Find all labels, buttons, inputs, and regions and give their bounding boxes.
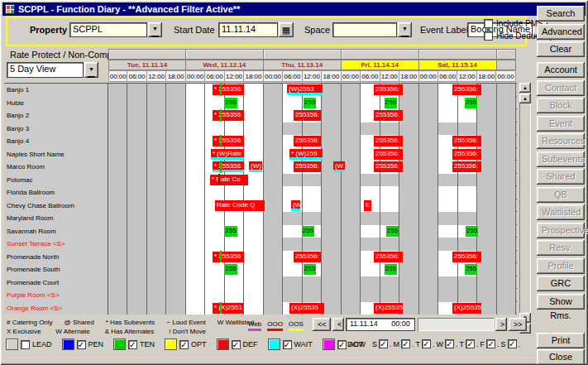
event-block[interactable]: 255356: — [374, 161, 403, 172]
grid-cell[interactable] — [303, 238, 322, 251]
grid-cell[interactable] — [147, 289, 166, 302]
grid-cell[interactable] — [419, 109, 438, 122]
grid-cell[interactable] — [147, 251, 166, 264]
grid-cell[interactable] — [497, 161, 516, 174]
grid-cell[interactable] — [438, 109, 457, 122]
grid-cell[interactable] — [342, 186, 361, 199]
grid-cell[interactable] — [419, 84, 438, 97]
event-block[interactable]: 255 — [224, 264, 237, 275]
grid-cell[interactable] — [399, 186, 418, 199]
grid-cell[interactable] — [205, 212, 224, 225]
grid-cell[interactable] — [225, 186, 244, 199]
grid-cell[interactable] — [399, 97, 418, 110]
room-label[interactable]: Potomac — [4, 174, 108, 187]
grid-cell[interactable] — [147, 84, 166, 97]
grid-cell[interactable] — [108, 199, 127, 213]
grid-cell[interactable] — [419, 212, 438, 225]
grid-cell[interactable] — [244, 186, 263, 199]
grid-cell[interactable] — [497, 302, 516, 315]
grid-cell[interactable] — [303, 174, 322, 187]
grid-cell[interactable] — [283, 174, 302, 187]
room-label[interactable]: Sunset Terrace <S> — [4, 238, 108, 251]
grid-cell[interactable] — [225, 289, 244, 302]
event-block[interactable]: (X)25535 — [374, 303, 403, 314]
grid-cell[interactable] — [322, 174, 341, 187]
grid-cell[interactable] — [477, 212, 496, 225]
grid-cell[interactable] — [361, 238, 380, 251]
event-block[interactable]: * 255356 — [213, 84, 244, 95]
grid-cell[interactable] — [477, 109, 496, 122]
grid-cell[interactable] — [399, 199, 418, 213]
grid-cell[interactable] — [419, 122, 438, 136]
event-block[interactable]: 255 — [465, 98, 477, 108]
hide-deduct-checkbox[interactable] — [484, 31, 493, 41]
grid-cell[interactable] — [166, 109, 185, 122]
grid-cell[interactable] — [147, 109, 166, 122]
grid-cell[interactable] — [438, 289, 457, 302]
grid-cell[interactable] — [458, 174, 477, 187]
title-bar[interactable]: SCPPL - Function Diary - **Advanced Filt… — [2, 2, 586, 16]
grid-cell[interactable] — [264, 135, 283, 148]
include-pms-checkbox[interactable] — [484, 19, 493, 28]
room-label[interactable]: Orange Room <S> — [4, 302, 108, 315]
grid-cell[interactable] — [477, 174, 496, 187]
grid-cell[interactable] — [399, 263, 418, 276]
space-dropdown-icon[interactable]: ▼ — [398, 22, 412, 37]
grid-cell[interactable] — [147, 135, 166, 148]
horizontal-scrollbar-track[interactable] — [418, 318, 494, 331]
grid-cell[interactable] — [186, 225, 205, 238]
grid-cell[interactable] — [458, 276, 477, 290]
event-block[interactable]: 255356: — [294, 110, 321, 121]
grid-cell[interactable] — [166, 148, 185, 161]
grid-cell[interactable] — [186, 238, 205, 251]
grid-cell[interactable] — [477, 199, 496, 213]
grid-cell[interactable] — [205, 186, 224, 199]
grid-cell[interactable] — [322, 212, 341, 225]
grid-cell[interactable] — [303, 122, 322, 136]
grid-cell[interactable] — [225, 122, 244, 136]
event-block[interactable]: 255 — [385, 98, 397, 108]
grid-cell[interactable] — [264, 238, 283, 251]
grid-cell[interactable] — [166, 174, 185, 187]
grid-cell[interactable] — [205, 122, 224, 136]
type-checkbox[interactable] — [21, 340, 30, 349]
grid-cell[interactable] — [477, 238, 496, 251]
grid-cell[interactable] — [380, 122, 399, 136]
calendar-icon[interactable]: ▦ — [279, 22, 294, 37]
room-label[interactable]: Promenade North — [4, 251, 108, 264]
grid-cell[interactable] — [244, 238, 263, 251]
grid-cell[interactable] — [244, 212, 263, 225]
grid-cell[interactable] — [127, 225, 146, 238]
grid-cell[interactable] — [458, 122, 477, 136]
event-block[interactable]: 255356: — [452, 161, 481, 172]
dow-checkbox[interactable]: ✓ — [401, 339, 410, 348]
grid-cell[interactable] — [438, 199, 457, 213]
grid-cell[interactable] — [283, 122, 302, 136]
grid-cell[interactable] — [244, 302, 263, 315]
grid-cell[interactable] — [244, 109, 263, 122]
grid-cell[interactable] — [477, 225, 496, 238]
grid-cell[interactable] — [166, 238, 185, 251]
dow-checkbox[interactable]: ✓ — [379, 339, 388, 348]
grid-cell[interactable] — [419, 276, 438, 290]
grid-cell[interactable] — [438, 263, 457, 276]
grid-cell[interactable] — [166, 251, 185, 264]
event-block[interactable]: (W — [291, 200, 300, 211]
grid-cell[interactable] — [342, 251, 361, 264]
grid-cell[interactable] — [186, 289, 205, 302]
grid-cell[interactable] — [244, 225, 263, 238]
grid-cell[interactable] — [458, 238, 477, 251]
grid-cell[interactable] — [127, 135, 146, 148]
grid-cell[interactable] — [127, 186, 146, 199]
event-block[interactable]: * Rate Co — [210, 175, 248, 185]
room-label[interactable]: Purple Room <S> — [4, 289, 108, 302]
grid-cell[interactable] — [108, 251, 127, 264]
grid-cell[interactable] — [342, 174, 361, 187]
grid-cell[interactable] — [166, 135, 185, 148]
grid-cell[interactable] — [322, 109, 341, 122]
grid-cell[interactable] — [497, 212, 516, 225]
dow-checkbox[interactable]: ✓ — [466, 339, 475, 348]
grid-cell[interactable] — [283, 212, 302, 225]
grid-cell[interactable] — [225, 212, 244, 225]
grid-vertical-scrollbar[interactable]: ▲ ▲ ▼ ▼ — [519, 83, 531, 334]
